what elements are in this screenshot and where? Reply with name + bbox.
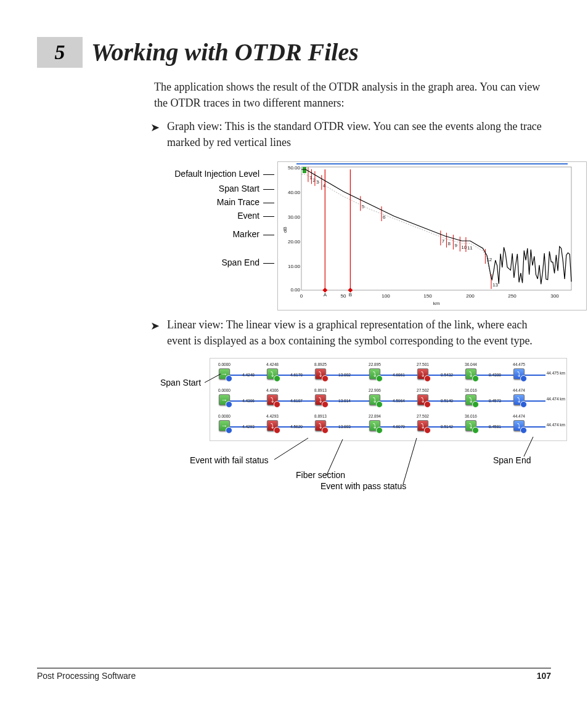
noise-region	[491, 247, 571, 285]
bullet-icon: ➤	[150, 120, 160, 136]
chapter-number: 5	[37, 37, 83, 68]
document-page: 5 Working with OTDR Files The applicatio…	[0, 0, 588, 714]
svg-text:250: 250	[508, 293, 517, 299]
chapter-heading: 5 Working with OTDR Files	[37, 37, 551, 68]
event-box: ⤵	[315, 368, 326, 379]
page-number: 107	[537, 671, 551, 681]
svg-text:8: 8	[447, 241, 451, 246]
x-axis: 0 50 100 150 200 250 300 km	[300, 293, 559, 306]
svg-line-51	[403, 438, 417, 484]
page-footer: Post Processing Software 107	[0, 668, 588, 681]
svg-text:A: A	[324, 292, 327, 298]
svg-rect-0	[296, 163, 568, 164]
svg-text:50.00: 50.00	[288, 165, 301, 171]
svg-text:7: 7	[442, 239, 445, 245]
callout-fail: Event with fail status	[190, 455, 269, 465]
event-box: ⤵	[513, 368, 525, 379]
event-box: ⤵	[267, 420, 278, 431]
event-box: ⤵	[417, 394, 428, 405]
event-box: ⤵	[513, 394, 525, 405]
event-box: ⤵	[417, 420, 428, 431]
svg-text:3: 3	[316, 179, 319, 185]
svg-text:30.00: 30.00	[288, 214, 301, 220]
svg-text:km: km	[433, 301, 440, 306]
event-box: ⤵	[465, 368, 476, 379]
otdr-plot-svg: 50.00 40.00 30.00 20.00 10.00 0.00 dB 0 …	[278, 162, 586, 310]
graph-view-figure: Default Injection Level Span Start Main …	[126, 161, 558, 309]
svg-text:11: 11	[467, 245, 473, 251]
intro-paragraph: The application shows the result of the …	[154, 79, 545, 111]
event-box: ⤵	[465, 420, 476, 431]
svg-text:200: 200	[466, 293, 475, 299]
event-box: →	[219, 420, 230, 431]
event-box: ⤵	[267, 368, 278, 379]
event-box: ⤵	[369, 420, 380, 431]
annotation-label: Main Trace	[217, 197, 259, 207]
svg-text:0.00: 0.00	[290, 287, 300, 293]
svg-line-49	[274, 438, 308, 460]
annotation-label: Span End	[222, 258, 260, 267]
body-column: The application shows the result of the …	[154, 79, 545, 150]
svg-rect-1	[301, 167, 571, 290]
bullet-text: Graph view: This is the standard OTDR vi…	[167, 118, 545, 150]
footer-left: Post Processing Software	[37, 671, 136, 681]
secondary-trace	[301, 174, 491, 280]
svg-text:dB: dB	[282, 227, 288, 233]
event-box: ⤵	[369, 368, 380, 379]
linear-track: 0.0000→4.43064.4306⤵4.61078.8913⤵13.8142…	[210, 387, 566, 413]
bullet-item: ➤ Graph view: This is the standard OTDR …	[150, 118, 545, 150]
event-box: ⤵	[417, 368, 428, 379]
svg-text:10.00: 10.00	[288, 264, 301, 269]
linear-view-panel: 0.0000→4.42484.4248⤵4.61788.8925⤵13.8022…	[210, 358, 567, 441]
linear-view-figure: 0.0000→4.42484.4248⤵4.61788.8925⤵13.8022…	[123, 358, 567, 493]
main-trace	[301, 169, 491, 278]
svg-text:50: 50	[341, 293, 346, 299]
svg-text:150: 150	[423, 293, 432, 299]
callout-fiber: Fiber section	[296, 470, 345, 480]
event-box: →	[219, 368, 230, 379]
svg-text:100: 100	[382, 293, 390, 299]
bullet-icon: ➤	[150, 318, 160, 334]
linear-track: 0.0000→4.42484.4248⤵4.61788.8925⤵13.8022…	[210, 361, 566, 387]
linear-track: 0.0000→4.42934.4293⤵4.56208.8913⤵13.8032…	[210, 413, 566, 439]
callout-pass: Event with pass status	[321, 481, 406, 491]
y-axis: 50.00 40.00 30.00 20.00 10.00 0.00 dB	[282, 165, 301, 293]
bullet-item: ➤ Linear view: The linear view is a grap…	[150, 317, 545, 349]
svg-text:40.00: 40.00	[288, 190, 301, 195]
event-box: ⤵	[315, 394, 326, 405]
svg-text:5: 5	[362, 205, 365, 210]
event-lines: 12345678910111213	[308, 168, 498, 290]
event-box: ⤵	[315, 420, 326, 431]
svg-text:13: 13	[492, 282, 498, 288]
event-box: ⤵	[465, 394, 476, 405]
marker-lines: AB	[322, 169, 353, 298]
bullet-text: Linear view: The linear view is a graphi…	[167, 317, 545, 349]
svg-rect-2	[303, 167, 306, 173]
svg-text:0: 0	[300, 293, 303, 299]
svg-text:9: 9	[454, 243, 457, 248]
chapter-title: Working with OTDR Files	[91, 40, 359, 65]
body-column: ➤ Linear view: The linear view is a grap…	[154, 317, 545, 349]
callout-span-start: Span Start	[160, 378, 201, 387]
svg-text:1: 1	[309, 176, 312, 181]
svg-text:B: B	[349, 292, 352, 298]
annotation-label: Event	[237, 211, 259, 221]
otdr-plot: 50.00 40.00 30.00 20.00 10.00 0.00 dB 0 …	[277, 161, 587, 310]
event-box: ⤵	[369, 394, 380, 405]
annotation-label: Marker	[232, 229, 259, 239]
event-box: ⤵	[267, 394, 278, 405]
event-box: ⤵	[513, 420, 525, 431]
callout-span-end: Span End	[493, 455, 531, 465]
annotation-label: Span Start	[219, 184, 259, 193]
svg-text:300: 300	[550, 293, 559, 299]
event-box: →	[219, 394, 230, 405]
svg-text:20.00: 20.00	[288, 239, 301, 245]
annotation-label: Default Injection Level	[174, 169, 259, 179]
